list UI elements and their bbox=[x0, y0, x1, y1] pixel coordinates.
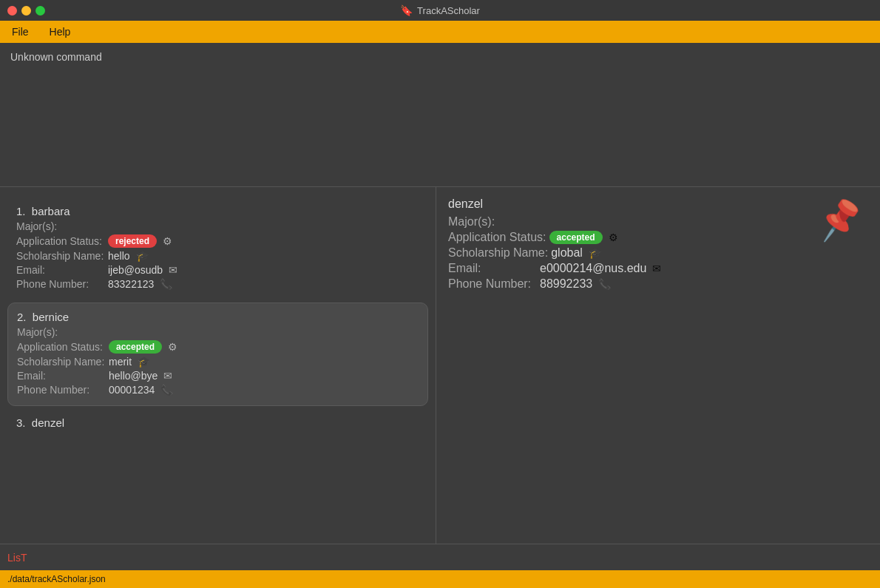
detail-appstatus-label: Application Status: bbox=[448, 231, 546, 244]
detail-phone: Phone Number: 88992233 📞 bbox=[448, 277, 868, 291]
output-area: Unknown command bbox=[0, 43, 880, 187]
field-scholarship-barbara: Scholarship Name: hello 🎓 bbox=[16, 250, 419, 262]
right-panel: 📌 denzel Major(s): Application Status: a… bbox=[436, 187, 880, 544]
edit-status-icon-bernice[interactable]: ⚙ bbox=[168, 341, 177, 353]
status-badge-barbara: rejected bbox=[108, 234, 157, 248]
app-icon: 🔖 bbox=[400, 4, 413, 16]
menu-file[interactable]: File bbox=[7, 24, 33, 39]
pin-icon: 📌 bbox=[815, 195, 866, 244]
maximize-button[interactable] bbox=[35, 6, 45, 16]
field-appstatus-bernice: Application Status: accepted ⚙ bbox=[17, 340, 419, 354]
phone-label-bernice: Phone Number: bbox=[17, 384, 106, 396]
left-panel[interactable]: 1. barbara Major(s): Application Status:… bbox=[0, 187, 436, 544]
phone-icon-bernice: 📞 bbox=[160, 384, 173, 396]
majors-label-bernice: Major(s): bbox=[17, 326, 106, 338]
app-title: 🔖 TrackAScholar bbox=[400, 4, 480, 16]
field-phone-barbara: Phone Number: 83322123 📞 bbox=[16, 278, 419, 290]
detail-scholarship-label: Scholarship Name: bbox=[448, 246, 548, 260]
output-text: Unknown command bbox=[10, 51, 102, 63]
status-badge-bernice: accepted bbox=[109, 340, 162, 354]
scholarship-icon-barbara[interactable]: 🎓 bbox=[136, 250, 149, 262]
content-split: 1. barbara Major(s): Application Status:… bbox=[0, 187, 880, 544]
title-bar: 🔖 TrackAScholar bbox=[0, 0, 880, 21]
phone-value-barbara: 83322123 bbox=[108, 278, 154, 290]
scholar-card-barbara[interactable]: 1. barbara Major(s): Application Status:… bbox=[7, 197, 428, 300]
scholar-card-bernice[interactable]: 2. bernice Major(s): Application Status:… bbox=[7, 303, 428, 406]
scholarship-value-bernice: merit bbox=[109, 356, 132, 368]
email-value-barbara: ijeb@osudb bbox=[108, 264, 163, 276]
scholar-card-denzel[interactable]: 3. denzel bbox=[7, 409, 428, 439]
scholarship-label-bernice: Scholarship Name: bbox=[17, 356, 106, 368]
email-icon-barbara[interactable]: ✉ bbox=[169, 264, 177, 276]
detail-status-badge: accepted bbox=[549, 231, 603, 244]
detail-majors-label: Major(s): bbox=[448, 215, 537, 229]
status-bar-path: ./data/trackAScholar.json bbox=[7, 574, 106, 584]
field-email-bernice: Email: hello@bye ✉ bbox=[17, 370, 419, 382]
email-value-bernice: hello@bye bbox=[109, 370, 158, 382]
field-phone-bernice: Phone Number: 00001234 📞 bbox=[17, 384, 419, 396]
input-bar[interactable] bbox=[0, 544, 880, 570]
majors-label: Major(s): bbox=[16, 220, 105, 232]
scholarship-value-barbara: hello bbox=[108, 250, 130, 262]
scholar-name-bernice: 2. bernice bbox=[17, 311, 419, 323]
detail-edit-status-icon[interactable]: ⚙ bbox=[609, 232, 618, 243]
field-majors-bernice: Major(s): bbox=[17, 326, 419, 338]
menu-help[interactable]: Help bbox=[45, 24, 75, 39]
detail-scholarship-icon[interactable]: 🎓 bbox=[589, 247, 601, 259]
phone-value-bernice: 00001234 bbox=[109, 384, 155, 396]
detail-name: denzel bbox=[448, 197, 868, 211]
detail-email: Email: e0000214@nus.edu ✉ bbox=[448, 262, 868, 275]
detail-phone-value: 88992233 bbox=[540, 277, 592, 291]
email-label-bernice: Email: bbox=[17, 370, 106, 382]
email-icon-bernice[interactable]: ✉ bbox=[163, 370, 172, 382]
field-appstatus-barbara: Application Status: rejected ⚙ bbox=[16, 234, 419, 248]
scholarship-icon-bernice[interactable]: 🎓 bbox=[138, 356, 150, 368]
field-majors-barbara: Major(s): bbox=[16, 220, 419, 232]
window-controls[interactable] bbox=[7, 6, 45, 16]
detail-appstatus: Application Status: accepted ⚙ bbox=[448, 231, 868, 244]
detail-phone-icon: 📞 bbox=[598, 278, 611, 290]
detail-scholarship: Scholarship Name: global 🎓 bbox=[448, 246, 868, 260]
detail-email-icon[interactable]: ✉ bbox=[652, 263, 661, 274]
detail-majors: Major(s): bbox=[448, 215, 868, 229]
scholar-name-denzel: 3. denzel bbox=[16, 416, 419, 429]
detail-phone-label: Phone Number: bbox=[448, 277, 537, 291]
phone-label-barbara: Phone Number: bbox=[16, 278, 105, 290]
detail-scholarship-value: global bbox=[551, 246, 583, 260]
close-button[interactable] bbox=[7, 6, 17, 16]
scholar-name-barbara: 1. barbara bbox=[16, 205, 419, 217]
edit-status-icon-barbara[interactable]: ⚙ bbox=[163, 235, 172, 247]
detail-email-label: Email: bbox=[448, 262, 537, 275]
main-area: Unknown command 1. barbara Major(s): App… bbox=[0, 43, 880, 570]
detail-email-value: e0000214@nus.edu bbox=[540, 262, 646, 275]
field-email-barbara: Email: ijeb@osudb ✉ bbox=[16, 264, 419, 276]
appstatus-label-bernice: Application Status: bbox=[17, 341, 106, 353]
email-label-barbara: Email: bbox=[16, 264, 105, 276]
phone-icon-barbara: 📞 bbox=[160, 278, 172, 290]
minimize-button[interactable] bbox=[21, 6, 31, 16]
status-bar: ./data/trackAScholar.json bbox=[0, 570, 880, 588]
menu-bar: File Help bbox=[0, 21, 880, 43]
field-scholarship-bernice: Scholarship Name: merit 🎓 bbox=[17, 356, 419, 368]
appstatus-label: Application Status: bbox=[16, 235, 105, 247]
scholarship-label-barbara: Scholarship Name: bbox=[16, 250, 105, 262]
command-input[interactable] bbox=[7, 552, 873, 564]
